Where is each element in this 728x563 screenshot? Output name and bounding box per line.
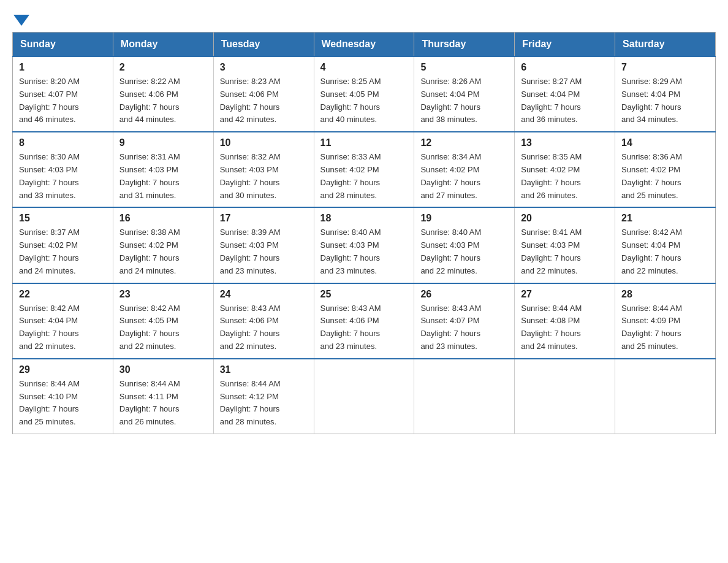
page-header <box>12 12 716 20</box>
day-cell: 9 Sunrise: 8:31 AMSunset: 4:03 PMDayligh… <box>113 132 213 207</box>
week-row-4: 22 Sunrise: 8:42 AMSunset: 4:04 PMDaylig… <box>13 283 716 359</box>
day-cell <box>314 359 414 434</box>
week-row-2: 8 Sunrise: 8:30 AMSunset: 4:03 PMDayligh… <box>13 132 716 207</box>
day-number: 30 <box>119 364 207 375</box>
day-cell: 22 Sunrise: 8:42 AMSunset: 4:04 PMDaylig… <box>13 283 113 359</box>
day-info: Sunrise: 8:30 AMSunset: 4:03 PMDaylight:… <box>19 151 107 202</box>
header-day-sunday: Sunday <box>13 33 113 57</box>
day-cell: 13 Sunrise: 8:35 AMSunset: 4:02 PMDaylig… <box>515 132 615 207</box>
day-cell: 24 Sunrise: 8:43 AMSunset: 4:06 PMDaylig… <box>213 283 314 359</box>
day-number: 27 <box>521 289 609 300</box>
day-info: Sunrise: 8:42 AMSunset: 4:04 PMDaylight:… <box>621 226 709 277</box>
day-cell: 26 Sunrise: 8:43 AMSunset: 4:07 PMDaylig… <box>414 283 515 359</box>
day-cell: 19 Sunrise: 8:40 AMSunset: 4:03 PMDaylig… <box>414 207 515 283</box>
day-number: 16 <box>119 213 207 224</box>
day-cell: 5 Sunrise: 8:26 AMSunset: 4:04 PMDayligh… <box>414 56 515 132</box>
day-info: Sunrise: 8:32 AMSunset: 4:03 PMDaylight:… <box>220 151 308 202</box>
logo-arrow-icon <box>13 15 29 26</box>
day-number: 9 <box>119 137 207 148</box>
day-info: Sunrise: 8:42 AMSunset: 4:05 PMDaylight:… <box>119 302 207 353</box>
logo-line1 <box>12 12 29 23</box>
day-number: 11 <box>320 137 408 148</box>
day-number: 5 <box>420 62 508 73</box>
day-cell <box>515 359 615 434</box>
day-cell: 29 Sunrise: 8:44 AMSunset: 4:10 PMDaylig… <box>13 359 113 434</box>
calendar-body: 1 Sunrise: 8:20 AMSunset: 4:07 PMDayligh… <box>13 56 716 434</box>
day-number: 23 <box>119 289 207 300</box>
day-number: 22 <box>19 289 107 300</box>
day-number: 19 <box>420 213 508 224</box>
day-info: Sunrise: 8:35 AMSunset: 4:02 PMDaylight:… <box>521 151 609 202</box>
week-row-3: 15 Sunrise: 8:37 AMSunset: 4:02 PMDaylig… <box>13 207 716 283</box>
day-number: 13 <box>521 137 609 148</box>
day-cell: 31 Sunrise: 8:44 AMSunset: 4:12 PMDaylig… <box>213 359 314 434</box>
day-info: Sunrise: 8:37 AMSunset: 4:02 PMDaylight:… <box>19 226 107 277</box>
day-cell: 3 Sunrise: 8:23 AMSunset: 4:06 PMDayligh… <box>213 56 314 132</box>
day-number: 18 <box>320 213 408 224</box>
day-cell: 4 Sunrise: 8:25 AMSunset: 4:05 PMDayligh… <box>314 56 414 132</box>
day-info: Sunrise: 8:40 AMSunset: 4:03 PMDaylight:… <box>420 226 508 277</box>
day-cell: 18 Sunrise: 8:40 AMSunset: 4:03 PMDaylig… <box>314 207 414 283</box>
day-info: Sunrise: 8:23 AMSunset: 4:06 PMDaylight:… <box>220 75 308 126</box>
day-number: 4 <box>320 62 408 73</box>
day-cell: 11 Sunrise: 8:33 AMSunset: 4:02 PMDaylig… <box>314 132 414 207</box>
day-number: 31 <box>220 364 308 375</box>
day-cell: 25 Sunrise: 8:43 AMSunset: 4:06 PMDaylig… <box>314 283 414 359</box>
day-number: 3 <box>220 62 308 73</box>
day-info: Sunrise: 8:22 AMSunset: 4:06 PMDaylight:… <box>119 75 207 126</box>
day-cell: 1 Sunrise: 8:20 AMSunset: 4:07 PMDayligh… <box>13 56 113 132</box>
day-number: 6 <box>521 62 609 73</box>
calendar-table: SundayMondayTuesdayWednesdayThursdayFrid… <box>12 32 716 434</box>
day-number: 15 <box>19 213 107 224</box>
day-number: 26 <box>420 289 508 300</box>
day-cell: 2 Sunrise: 8:22 AMSunset: 4:06 PMDayligh… <box>113 56 213 132</box>
day-number: 17 <box>220 213 308 224</box>
header-row: SundayMondayTuesdayWednesdayThursdayFrid… <box>13 33 716 57</box>
day-cell: 28 Sunrise: 8:44 AMSunset: 4:09 PMDaylig… <box>615 283 716 359</box>
day-info: Sunrise: 8:44 AMSunset: 4:12 PMDaylight:… <box>220 378 308 429</box>
day-info: Sunrise: 8:25 AMSunset: 4:05 PMDaylight:… <box>320 75 408 126</box>
day-info: Sunrise: 8:26 AMSunset: 4:04 PMDaylight:… <box>420 75 508 126</box>
header-day-wednesday: Wednesday <box>314 33 414 57</box>
day-number: 29 <box>19 364 107 375</box>
header-day-saturday: Saturday <box>615 33 716 57</box>
day-number: 24 <box>220 289 308 300</box>
day-info: Sunrise: 8:29 AMSunset: 4:04 PMDaylight:… <box>621 75 709 126</box>
header-day-tuesday: Tuesday <box>213 33 314 57</box>
day-cell: 16 Sunrise: 8:38 AMSunset: 4:02 PMDaylig… <box>113 207 213 283</box>
day-info: Sunrise: 8:27 AMSunset: 4:04 PMDaylight:… <box>521 75 609 126</box>
day-info: Sunrise: 8:44 AMSunset: 4:09 PMDaylight:… <box>621 302 709 353</box>
week-row-1: 1 Sunrise: 8:20 AMSunset: 4:07 PMDayligh… <box>13 56 716 132</box>
day-cell: 23 Sunrise: 8:42 AMSunset: 4:05 PMDaylig… <box>113 283 213 359</box>
day-cell: 15 Sunrise: 8:37 AMSunset: 4:02 PMDaylig… <box>13 207 113 283</box>
day-cell: 14 Sunrise: 8:36 AMSunset: 4:02 PMDaylig… <box>615 132 716 207</box>
day-number: 1 <box>19 62 107 73</box>
day-info: Sunrise: 8:41 AMSunset: 4:03 PMDaylight:… <box>521 226 609 277</box>
day-cell: 30 Sunrise: 8:44 AMSunset: 4:11 PMDaylig… <box>113 359 213 434</box>
day-info: Sunrise: 8:38 AMSunset: 4:02 PMDaylight:… <box>119 226 207 277</box>
day-cell <box>414 359 515 434</box>
header-day-monday: Monday <box>113 33 213 57</box>
day-info: Sunrise: 8:44 AMSunset: 4:11 PMDaylight:… <box>119 378 207 429</box>
day-info: Sunrise: 8:44 AMSunset: 4:08 PMDaylight:… <box>521 302 609 353</box>
day-info: Sunrise: 8:42 AMSunset: 4:04 PMDaylight:… <box>19 302 107 353</box>
day-cell: 21 Sunrise: 8:42 AMSunset: 4:04 PMDaylig… <box>615 207 716 283</box>
day-number: 14 <box>621 137 709 148</box>
day-number: 25 <box>320 289 408 300</box>
day-info: Sunrise: 8:43 AMSunset: 4:06 PMDaylight:… <box>220 302 308 353</box>
day-info: Sunrise: 8:43 AMSunset: 4:06 PMDaylight:… <box>320 302 408 353</box>
day-info: Sunrise: 8:33 AMSunset: 4:02 PMDaylight:… <box>320 151 408 202</box>
day-number: 8 <box>19 137 107 148</box>
day-info: Sunrise: 8:34 AMSunset: 4:02 PMDaylight:… <box>420 151 508 202</box>
day-info: Sunrise: 8:43 AMSunset: 4:07 PMDaylight:… <box>420 302 508 353</box>
day-cell: 20 Sunrise: 8:41 AMSunset: 4:03 PMDaylig… <box>515 207 615 283</box>
day-number: 2 <box>119 62 207 73</box>
day-info: Sunrise: 8:44 AMSunset: 4:10 PMDaylight:… <box>19 378 107 429</box>
header-day-thursday: Thursday <box>414 33 515 57</box>
day-cell: 8 Sunrise: 8:30 AMSunset: 4:03 PMDayligh… <box>13 132 113 207</box>
logo <box>12 12 29 20</box>
day-info: Sunrise: 8:31 AMSunset: 4:03 PMDaylight:… <box>119 151 207 202</box>
day-cell: 7 Sunrise: 8:29 AMSunset: 4:04 PMDayligh… <box>615 56 716 132</box>
header-day-friday: Friday <box>515 33 615 57</box>
day-cell: 17 Sunrise: 8:39 AMSunset: 4:03 PMDaylig… <box>213 207 314 283</box>
